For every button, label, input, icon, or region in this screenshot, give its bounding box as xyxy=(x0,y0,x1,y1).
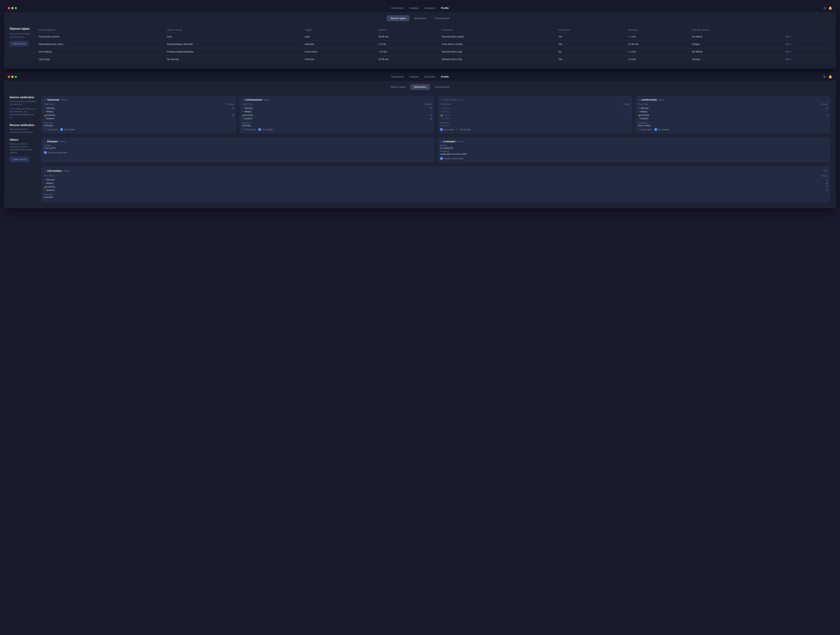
tab-row-2: Seizure types Medication Personal info xyxy=(4,81,836,92)
put-on-hold-checkbox[interactable] xyxy=(44,128,47,131)
edit-button[interactable]: Edit ✎ xyxy=(786,51,792,53)
dot-green[interactable] xyxy=(15,7,17,9)
main-nav-1: Dashboard Analysis Guidance Profile xyxy=(391,6,449,10)
sidebar-desc-1: All your seizure types are shown here. xyxy=(9,32,33,38)
seizure-med-desc1: All your prescribed medications are list… xyxy=(9,100,37,106)
med-time-row: ☀ Morning 1 xyxy=(638,106,827,110)
tab-seizure-types-1[interactable]: Seizure types xyxy=(387,15,410,21)
put-on-hold-wrap: Put on hold xyxy=(638,128,652,131)
rescue-freq-label: Frequency xyxy=(440,150,827,152)
put-on-hold-checkbox[interactable] xyxy=(638,128,641,131)
nav-analysis-2[interactable]: Analysis xyxy=(409,74,418,79)
col-after: After the seizure xyxy=(690,27,783,33)
cell-name: Arm shaking xyxy=(37,48,165,55)
dot-green-2[interactable] xyxy=(15,76,17,78)
med-dose: 100mg xyxy=(458,99,464,101)
cell-duration: 30-60 sec xyxy=(376,33,440,41)
tab-seizure-types-2[interactable]: Seizure types xyxy=(387,84,410,90)
nav-guidance-1[interactable]: Guidance xyxy=(425,6,435,10)
rescue-header: ⬡ Diazepam 10 mg xyxy=(44,140,431,143)
dot-yellow[interactable] xyxy=(11,7,14,9)
wifi-icon-1: ⊛ xyxy=(823,6,826,10)
put-on-hold-wrap: Put on hold xyxy=(242,128,256,131)
nav-guidance-2[interactable]: Guidance xyxy=(425,74,435,79)
med-time-row: ⊙ Bedtime xyxy=(44,117,234,120)
window-2: Dashboard Analysis Guidance Profile ⊛ 🔔 … xyxy=(4,73,836,208)
col-duration: Duration xyxy=(376,27,440,33)
cell-edit: Edit ✎ xyxy=(784,48,831,55)
cell-after: No effects xyxy=(690,33,783,41)
tab-medication-2[interactable]: Medication xyxy=(411,84,430,90)
put-on-hold-checkbox[interactable]: ✓ xyxy=(440,128,443,131)
nav-analysis-1[interactable]: Analysis xyxy=(409,6,418,10)
edit-button[interactable]: Edit ✎ xyxy=(786,35,792,38)
others-time-val: 2 xyxy=(826,182,827,184)
others-edit-button[interactable]: ✎ xyxy=(824,169,827,173)
edit-button[interactable]: Edit ✎ xyxy=(786,43,792,46)
pill-icon: ⬡ xyxy=(440,98,442,101)
rescue-dosage: Dosage 2-10 mg PO xyxy=(44,144,431,149)
include-diary-checkbox[interactable]: ✓ xyxy=(440,157,443,160)
time-icon: 🌙 xyxy=(242,114,244,116)
cell-after: Tension xyxy=(690,55,783,63)
col-frequency: Frequency xyxy=(440,27,556,33)
dot-red[interactable] xyxy=(8,7,10,9)
col-time-label: Time of day xyxy=(242,103,252,105)
cell-edit: Edit ✎ xyxy=(784,55,831,63)
include-diary-wrap: ✓ Include in seizure diary xyxy=(44,151,431,154)
sidebar-title-1: Seizure types xyxy=(9,27,33,30)
cell-recovery: 15-30 min xyxy=(626,41,690,48)
tab-medication-1[interactable]: Medication xyxy=(411,15,430,21)
dot-yellow-2[interactable] xyxy=(11,76,14,78)
rescue-dose: 10 mg xyxy=(59,140,65,143)
add-new-type-button[interactable]: + Add new type xyxy=(9,41,28,46)
put-on-hold-checkbox[interactable] xyxy=(242,128,245,131)
set-reminder-label: Set reminder xyxy=(262,128,273,131)
med-time-row: ☀ Morning 1 xyxy=(440,106,630,110)
others-time-label: ☀ Morning xyxy=(44,178,54,181)
rescue-dose: 0.2 mg xyxy=(456,140,463,143)
cell-recovery: 1-5 min xyxy=(626,55,690,63)
others-name: ACE Inhibitor xyxy=(47,170,62,172)
time-val: 1 xyxy=(430,117,431,120)
add-medicine-button[interactable]: + Add medicine xyxy=(9,157,29,162)
time-icon: 🌙 xyxy=(440,114,442,116)
put-on-hold-label: Put on hold xyxy=(642,128,652,131)
col-dosage-label: Dosage xyxy=(623,103,630,105)
set-reminder-checkbox[interactable]: ✓ xyxy=(654,128,657,131)
col-edit xyxy=(784,27,831,33)
nav-profile-2[interactable]: Profile xyxy=(441,74,449,79)
tab-personal-info-1[interactable]: Personal info xyxy=(431,15,453,21)
others-header: ⬡ ACE Inhibitor 100mg ✎ xyxy=(44,169,827,173)
rescue-dosage-val: 2-10 mg PO xyxy=(44,147,431,149)
include-diary-checkbox[interactable]: ✓ xyxy=(44,151,47,154)
time-label: ⊙ Bedtime xyxy=(440,117,450,120)
others-title: Others xyxy=(9,138,37,141)
others-time-val: 1 xyxy=(826,178,827,181)
rescue-meds-row: ⬡ Diazepam 10 mg Dosage 2-10 mg PO ✓ Inc… xyxy=(41,137,831,163)
set-reminder-label: Set reminder xyxy=(64,128,75,131)
med-header: ⬡ Lamotrigine 100mg xyxy=(440,98,630,101)
set-reminder-wrap: Set reminder xyxy=(456,128,471,131)
time-icon: ✦ xyxy=(638,111,639,113)
nav-dashboard-2[interactable]: Dashboard xyxy=(391,74,404,79)
dot-red-2[interactable] xyxy=(8,76,10,78)
time-label: 🌙 Evening xyxy=(638,114,649,116)
time-icon: ⊙ xyxy=(44,117,46,120)
bell-icon-1: 🔔 xyxy=(829,6,832,10)
time-val: 1 xyxy=(628,114,630,116)
include-diary-wrap: ✓ Include in seizure diary xyxy=(440,157,827,160)
set-reminder-checkbox[interactable]: ✓ xyxy=(258,128,261,131)
rescue-dosage-label: Dosage xyxy=(440,144,827,147)
time-val: 1 xyxy=(232,107,234,109)
nav-dashboard-1[interactable]: Dashboard xyxy=(391,6,404,10)
tab-personal-info-2[interactable]: Personal info xyxy=(431,84,453,90)
col-time-label: Time of day xyxy=(440,103,450,105)
nav-profile-1[interactable]: Profile xyxy=(441,6,449,10)
set-reminder-checkbox[interactable] xyxy=(456,128,459,131)
time-label: ✦ Midday xyxy=(638,111,647,113)
set-reminder-checkbox[interactable]: ✓ xyxy=(60,128,63,131)
edit-button[interactable]: Edit ✎ xyxy=(786,58,792,61)
time-val: 1 xyxy=(232,114,234,116)
table-row: Generalized tonic clonic Rising feeling … xyxy=(37,41,831,48)
